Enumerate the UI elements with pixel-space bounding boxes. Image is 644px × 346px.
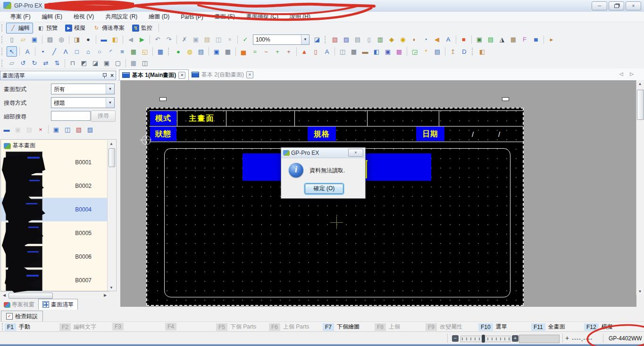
line-tool-icon[interactable]: ╱ <box>49 46 59 57</box>
text-tool-icon[interactable]: A <box>22 46 33 57</box>
image-tool-icon[interactable]: ▦ <box>128 46 139 57</box>
data-display-part-icon[interactable]: ▤ <box>196 46 206 57</box>
date-display-part-icon[interactable]: ▣ <box>211 46 222 57</box>
list-horizontal-scrollbar[interactable]: ◀ ▶ <box>0 291 109 299</box>
arc-tool-icon[interactable]: ◜ <box>106 46 116 57</box>
scrollbar-thumb[interactable] <box>8 293 53 299</box>
font-settings-icon[interactable]: F <box>519 34 530 45</box>
preview-button[interactable]: ◧ 預覽 <box>34 23 61 34</box>
d-script-tool-icon[interactable]: D <box>459 46 469 57</box>
panel-delete-icon[interactable]: × <box>35 124 46 135</box>
scroll-up-icon[interactable]: ▲ <box>636 80 644 87</box>
operator-id-icon[interactable]: ◉ <box>398 34 408 45</box>
panel-change-number-icon[interactable]: ▧ <box>74 124 84 135</box>
hand-operation-icon[interactable]: ◗ <box>409 34 419 45</box>
movie-settings-icon[interactable]: ▦ <box>508 34 519 45</box>
switch-part-icon[interactable]: ● <box>173 46 184 57</box>
text-alarm-part-icon[interactable]: ▯ <box>310 46 321 57</box>
scroll-left-icon[interactable]: ◀ <box>0 292 8 299</box>
window-display-icon[interactable]: ◙ <box>531 34 541 45</box>
comment-edit-icon[interactable]: ▤ <box>485 34 496 45</box>
pin-icon[interactable] <box>102 73 107 78</box>
sampling-part-icon[interactable]: ▤ <box>432 46 443 57</box>
screen-jump-icon[interactable]: ▨ <box>341 34 351 45</box>
pid-monitor-part-icon[interactable]: + <box>284 46 294 57</box>
save-project-icon[interactable]: ▣ <box>29 34 40 45</box>
paste-icon[interactable]: ▤ <box>202 34 212 45</box>
fit-screen-icon[interactable]: ◪ <box>312 34 322 45</box>
menu-screen[interactable]: 畫面 (S) <box>209 11 241 22</box>
close-button[interactable]: × <box>626 1 641 10</box>
title-bar[interactable]: GP-Pro EX ─ × <box>0 0 644 12</box>
special-display-part-icon[interactable]: ▩ <box>394 46 404 57</box>
tab-screen-list[interactable]: 畫面清單 <box>38 299 78 310</box>
panel-copy-multiple-icon[interactable]: ◫ <box>62 124 73 135</box>
dialog-close-button[interactable]: × <box>348 149 363 157</box>
tab-base-screen-2[interactable]: 基本 2(自動畫面) × <box>189 69 256 80</box>
tab-project-window[interactable]: 專案視窗 <box>0 300 38 310</box>
dialog-title-bar[interactable]: GP-Pro EX × <box>281 148 365 158</box>
project-package-icon[interactable]: ◨ <box>72 34 82 45</box>
restore-button[interactable] <box>609 1 624 10</box>
list-item[interactable]: B0005 <box>1 221 109 245</box>
panel-close-icon[interactable]: × <box>110 73 114 78</box>
search-button[interactable]: 搜尋 <box>91 110 116 122</box>
fkey-f4[interactable]: F4 <box>165 323 179 330</box>
toolbar-grip[interactable] <box>1 24 5 32</box>
chevron-down-icon[interactable]: ▼ <box>106 98 114 108</box>
toolbar-grip[interactable] <box>1 59 5 67</box>
fkey-f12[interactable]: F12模擬 <box>584 323 613 331</box>
send-to-back-icon[interactable]: ◪ <box>90 58 100 68</box>
next-screen-icon[interactable]: ▶ <box>137 34 147 45</box>
align-icon[interactable]: ⊓ <box>67 58 78 68</box>
panel-paste-icon[interactable]: ▤ <box>24 124 34 135</box>
dot-tool-icon[interactable]: • <box>38 46 48 57</box>
fkey-f7[interactable]: F7下個繪圖 <box>323 323 360 331</box>
time-settings-icon[interactable]: ◔ <box>420 34 431 45</box>
fkey-f10[interactable]: F10選單 <box>478 323 507 331</box>
undo-icon[interactable]: ↶ <box>152 34 163 45</box>
data-transfer-part-icon[interactable]: + <box>272 46 283 57</box>
mark-registration-icon[interactable]: ◮ <box>497 34 507 45</box>
security-key-icon[interactable]: ◆ <box>386 34 397 45</box>
delete-icon[interactable]: × <box>225 34 235 45</box>
parts-box-icon[interactable]: ◧ <box>477 46 487 57</box>
menu-view[interactable]: 檢視 (V) <box>68 11 100 22</box>
line-graph-part-icon[interactable]: ≈ <box>250 46 260 57</box>
panel-new-screen-icon[interactable]: ▬ <box>1 124 12 135</box>
screen-type-select[interactable]: 所有 ▼ <box>51 84 115 94</box>
hmi-screen[interactable]: 模式 主畫面 狀態 規格 日期 / / <box>146 108 524 306</box>
list-item[interactable]: B0002 <box>1 174 109 198</box>
parts-palette-icon[interactable]: ▤ <box>352 34 363 45</box>
scroll-down-icon[interactable]: ▼ <box>108 284 115 291</box>
cleanup-tool-icon[interactable]: ▸ <box>546 34 557 45</box>
open-screen-icon[interactable]: ◧ <box>110 34 120 45</box>
fkey-f5[interactable]: F5下個 Parts <box>216 323 256 331</box>
menu-edit[interactable]: 編輯 (E) <box>36 11 68 22</box>
fkey-f6[interactable]: F6上個 Parts <box>269 323 309 331</box>
grid-settings-icon[interactable]: ▦ <box>128 58 139 68</box>
edit-mode-button[interactable]: ╱ 編輯 <box>6 23 33 34</box>
fkey-f2[interactable]: F2編輯文字 <box>59 323 96 331</box>
fkey-f3[interactable]: F3 <box>112 323 126 330</box>
new-project-icon[interactable]: ▯ <box>7 34 17 45</box>
table-tool-icon[interactable]: ▦ <box>155 46 166 57</box>
hmi-main-title[interactable]: 主畫面 <box>177 111 226 126</box>
scrollbar-thumb[interactable] <box>637 90 644 120</box>
message-display-part-icon[interactable]: A <box>322 46 332 57</box>
picture-display-part-icon[interactable]: ▬ <box>360 46 370 57</box>
error-check-tab[interactable]: ✓ 檢查錯誤 <box>1 311 43 322</box>
design-canvas[interactable]: 模式 主畫面 狀態 規格 日期 / / GP-Pro EX <box>120 80 636 307</box>
rectangle-tool-icon[interactable]: □ <box>72 46 82 57</box>
list-item[interactable]: B0006 <box>1 245 109 269</box>
simulation-button[interactable]: ▶ 模擬 <box>62 23 89 34</box>
menu-screen-capture[interactable]: 畫面捕捉 (C) <box>241 11 284 22</box>
tab-base-screen-1[interactable]: 基本 1(Main畫面) × <box>119 69 189 80</box>
monitor-button[interactable]: ↯ 監控 <box>129 23 156 34</box>
fkey-f11[interactable]: F11全畫面 <box>531 323 565 331</box>
group-icon[interactable]: ▣ <box>101 58 112 68</box>
menu-draw[interactable]: 繪圖 (D) <box>143 11 175 22</box>
detail-search-input[interactable] <box>51 111 91 121</box>
hmi-mode-cell[interactable]: 模式 <box>150 111 176 126</box>
hand-adjust-tool-icon[interactable]: ↥ <box>448 46 458 57</box>
